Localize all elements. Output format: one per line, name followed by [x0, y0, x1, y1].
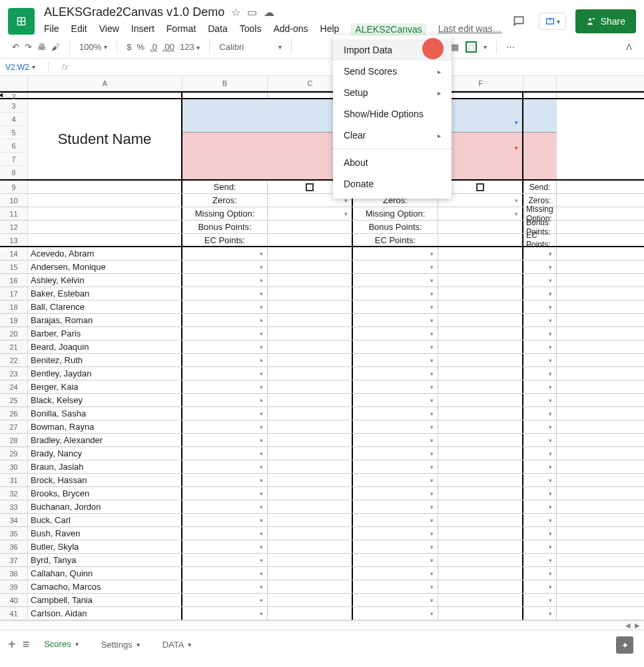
dropdown-caret-icon[interactable]: ▾ [430, 570, 434, 577]
score-cell[interactable]: ▾ [182, 607, 268, 620]
score-cell[interactable] [438, 434, 523, 446]
redo-icon[interactable]: ↷ [25, 42, 32, 52]
student-name-cell[interactable]: Barajas, Roman [28, 314, 182, 327]
row-header[interactable]: 2◀ [0, 93, 28, 98]
score-cell[interactable]: ▾ [353, 580, 438, 593]
score-cell[interactable] [268, 394, 353, 406]
checkbox-icon[interactable] [476, 183, 484, 191]
row-header[interactable]: 31 [0, 474, 28, 486]
score-cell[interactable]: ▾ [523, 514, 557, 526]
score-cell[interactable] [438, 394, 523, 406]
dropdown-caret-icon[interactable]: ▾ [549, 410, 552, 417]
dropdown-caret-icon[interactable]: ▾ [430, 357, 434, 364]
score-cell[interactable] [268, 500, 353, 513]
row-header[interactable]: 20 [0, 327, 28, 340]
row-header[interactable]: 18 [0, 301, 28, 313]
row-header[interactable]: 5 [0, 126, 27, 139]
menu-addons[interactable]: Add-ons [273, 23, 308, 35]
dropdown-caret-icon[interactable]: ▾ [549, 504, 552, 510]
dropdown-caret-icon[interactable]: ▾ [260, 584, 263, 590]
menu-format[interactable]: Format [166, 23, 196, 35]
dropdown-caret-icon[interactable]: ▾ [549, 570, 552, 577]
dropdown-caret-icon[interactable]: ▾ [260, 464, 263, 470]
score-cell[interactable]: ▾ [523, 394, 557, 406]
score-cell[interactable]: ▾ [353, 474, 438, 486]
row-header[interactable]: 11 [0, 207, 28, 220]
row-header[interactable]: 28 [0, 434, 28, 446]
dropdown-show-hide[interactable]: Show/Hide Options [333, 103, 452, 125]
dropdown-caret-icon[interactable]: ▾ [430, 410, 434, 417]
score-cell[interactable] [268, 460, 353, 473]
score-cell[interactable] [268, 447, 353, 460]
dropdown-caret-icon[interactable]: ▾ [430, 384, 434, 390]
dropdown-caret-icon[interactable]: ▾ [260, 357, 263, 364]
dropdown-caret-icon[interactable]: ▾ [549, 370, 552, 377]
score-cell[interactable]: ▾ [523, 500, 557, 513]
dropdown-caret-icon[interactable]: ▾ [549, 384, 552, 390]
score-cell[interactable] [438, 474, 523, 486]
all-sheets-button[interactable]: ≡ [23, 638, 30, 652]
score-cell[interactable]: ▾ [523, 274, 557, 287]
score-cell[interactable] [268, 407, 353, 420]
score-cell[interactable]: ▾ [353, 380, 438, 393]
score-cell[interactable]: ▾ [353, 460, 438, 473]
dropdown-caret-icon[interactable]: ▾ [549, 517, 552, 524]
score-cell[interactable] [268, 607, 353, 620]
score-cell[interactable]: ▾ [523, 527, 557, 540]
student-name-cell[interactable]: Bonilla, Sasha [28, 407, 182, 420]
more-toolbar-icon[interactable]: ⋯ [506, 42, 516, 52]
score-cell[interactable] [438, 247, 523, 260]
tab-settings[interactable]: Settings▾ [93, 636, 148, 654]
hidden-row-indicator-icon[interactable]: ◀ [0, 91, 3, 99]
doc-title[interactable]: ALEKSGrade2Canvas v1.0 Demo [44, 5, 224, 19]
dropdown-caret-icon[interactable]: ▾ [430, 277, 434, 284]
dropdown-caret-icon[interactable]: ▾ [430, 557, 434, 564]
score-cell[interactable] [268, 434, 353, 446]
move-folder-icon[interactable]: ▭ [247, 6, 257, 19]
dropdown-clear[interactable]: Clear▸ [333, 125, 452, 146]
student-name-cell[interactable]: Brooks, Brycen [28, 487, 182, 500]
row-header[interactable]: 36 [0, 540, 28, 553]
score-cell[interactable] [268, 527, 353, 540]
score-cell[interactable] [268, 247, 353, 260]
student-name-cell[interactable]: Ashley, Kelvin [28, 274, 182, 287]
student-name-cell[interactable]: Brady, Nancy [28, 447, 182, 460]
score-cell[interactable]: ▾ [523, 554, 557, 566]
row-header[interactable]: 19 [0, 314, 28, 327]
dropdown-caret-icon[interactable]: ▾ [260, 517, 263, 524]
dropdown-caret-icon[interactable]: ▾ [260, 530, 263, 537]
score-cell[interactable] [438, 527, 523, 540]
score-cell[interactable] [438, 354, 523, 366]
spreadsheet-grid[interactable]: A B C E F 2◀ 3 4 5 6 7 8 Stude [0, 76, 644, 620]
row-header[interactable]: 26 [0, 407, 28, 420]
last-edit-link[interactable]: Last edit was… [438, 23, 502, 35]
student-name-cell[interactable]: Bentley, Jaydan [28, 367, 182, 380]
score-cell[interactable]: ▾ [353, 514, 438, 526]
student-name-cell[interactable]: Baker, Esteban [28, 287, 182, 300]
dropdown-caret-icon[interactable]: ▾ [549, 437, 552, 444]
select-all-corner[interactable] [0, 76, 28, 91]
score-cell[interactable]: ▾ [182, 327, 268, 340]
score-cell[interactable]: ▾ [353, 594, 438, 606]
score-cell[interactable] [438, 301, 523, 313]
score-cell[interactable] [268, 554, 353, 566]
score-cell[interactable]: ▾ [182, 580, 268, 593]
score-cell[interactable]: ▾ [523, 340, 557, 353]
score-cell[interactable]: ▾ [182, 460, 268, 473]
row-header[interactable]: 38 [0, 567, 28, 580]
dropdown-caret-icon[interactable]: ▾ [430, 291, 434, 297]
borders-icon[interactable]: ▦ [451, 42, 459, 52]
score-cell[interactable] [438, 567, 523, 580]
dropdown-caret-icon[interactable]: ▾ [515, 119, 518, 126]
value-cell[interactable] [268, 234, 353, 246]
score-cell[interactable] [438, 380, 523, 393]
zoom-select[interactable]: 100%▾ [74, 42, 113, 52]
score-cell[interactable]: ▾ [353, 567, 438, 580]
dropdown-caret-icon[interactable]: ▾ [260, 344, 263, 350]
dropdown-caret-icon[interactable]: ▾ [549, 291, 552, 297]
more-formats-button[interactable]: 123 ▾ [180, 42, 200, 52]
undo-icon[interactable]: ↶ [12, 42, 19, 52]
student-name-cell[interactable]: Brock, Hassan [28, 474, 182, 486]
score-cell[interactable]: ▾ [182, 394, 268, 406]
row-header[interactable]: 9 [0, 181, 28, 193]
